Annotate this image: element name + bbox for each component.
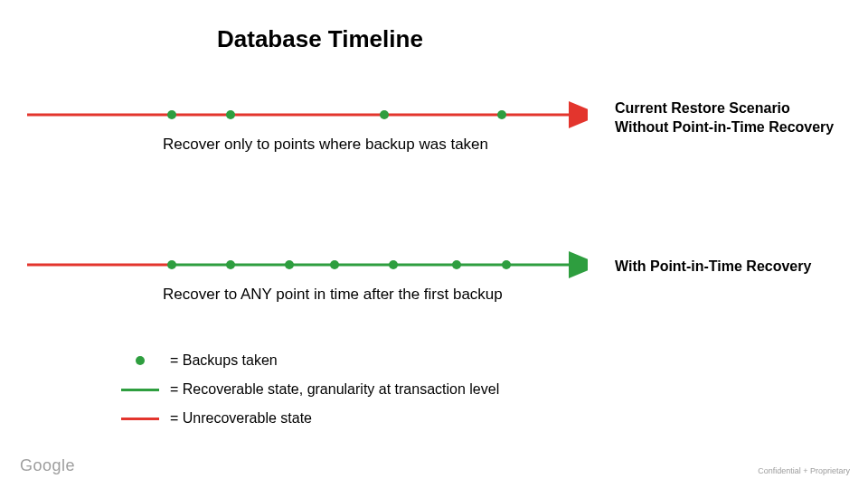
recoverable-line-icon [118,389,163,391]
timeline1-caption: Recover only to points where backup was … [163,136,488,154]
backup-dot-icon [497,110,506,119]
legend-unrecoverable-label: = Unrecoverable state [170,410,312,427]
timeline-with-pitr [27,251,588,278]
backup-dot-icon [502,260,511,269]
timeline2-label: With Point-in-Time Recovery [615,258,859,277]
backup-dot-icon [330,260,339,269]
legend-backups-label: = Backups taken [170,352,278,369]
timeline1-label-line1: Current Restore Scenario [615,100,790,116]
legend-row-backups: = Backups taken [118,352,499,369]
backup-dot-icon [452,260,461,269]
legend: = Backups taken = Recoverable state, gra… [118,352,499,439]
legend-row-recoverable: = Recoverable state, granularity at tran… [118,381,499,398]
backup-dot-icon [285,260,294,269]
timeline2-caption: Recover to ANY point in time after the f… [163,286,503,304]
backup-dot-icon [226,260,235,269]
backup-dot-icon [167,260,176,269]
slide-title: Database Timeline [217,25,423,53]
backup-dot-icon [118,356,163,365]
unrecoverable-line-icon [118,418,163,420]
timeline-without-pitr [27,101,588,128]
google-logo: Google [20,456,75,475]
backup-dot-icon [226,110,235,119]
legend-recoverable-label: = Recoverable state, granularity at tran… [170,381,499,398]
legend-row-unrecoverable: = Unrecoverable state [118,410,499,427]
timeline1-label-line2: Without Point-in-Time Recovery [615,119,834,135]
timeline1-label: Current Restore Scenario Without Point-i… [615,99,859,137]
backup-dot-icon [167,110,176,119]
backup-dot-icon [380,110,389,119]
backup-dot-icon [389,260,398,269]
confidential-note: Confidential + Proprietary [758,466,850,475]
